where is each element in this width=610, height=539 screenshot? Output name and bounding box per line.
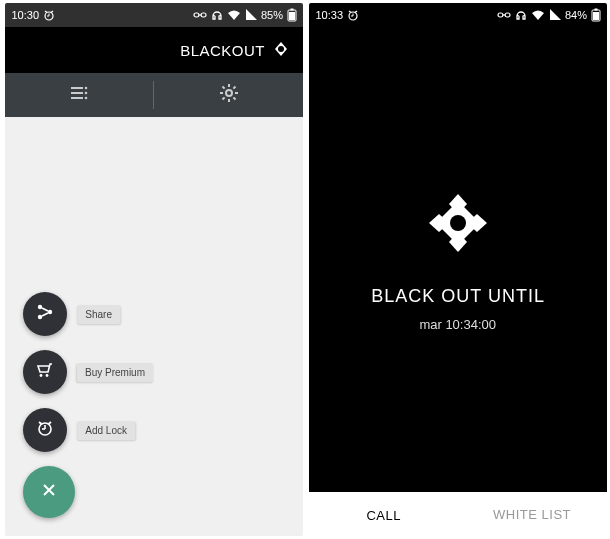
main-content: Share Buy Premium Add Lock xyxy=(5,117,303,536)
fab-menu: Share Buy Premium Add Lock xyxy=(23,292,153,518)
svg-rect-43 xyxy=(71,87,83,89)
svg-point-42 xyxy=(85,87,88,90)
signal-icon xyxy=(549,9,561,21)
app-bar: BLACKOUT xyxy=(5,27,303,73)
svg-line-10 xyxy=(349,11,351,13)
toolbar xyxy=(5,73,303,117)
fab-buy-label: Buy Premium xyxy=(77,363,153,382)
status-bar: 84% 10:33 xyxy=(309,3,607,27)
svg-line-41 xyxy=(222,87,224,89)
svg-line-59 xyxy=(39,422,42,424)
app-logo-icon xyxy=(273,41,289,60)
toolbar-divider xyxy=(154,81,155,109)
alarm-icon xyxy=(43,9,55,21)
signal-icon xyxy=(245,9,257,21)
close-icon xyxy=(41,482,57,502)
clock-text: 10:30 xyxy=(11,9,39,21)
alarm-icon xyxy=(36,419,54,441)
svg-rect-2 xyxy=(593,12,599,20)
tab-whitelist[interactable]: WHITE LIST xyxy=(458,492,607,536)
battery-text: 85% xyxy=(261,9,283,21)
share-icon xyxy=(36,303,54,325)
svg-point-54 xyxy=(40,374,43,377)
svg-point-33 xyxy=(226,90,232,96)
fab-close[interactable] xyxy=(23,466,75,518)
svg-line-39 xyxy=(222,97,224,99)
svg-line-52 xyxy=(42,313,48,316)
screen-main: 85% 10:30 BLACKOUT xyxy=(5,3,303,536)
wifi-icon xyxy=(531,9,545,21)
svg-point-32 xyxy=(278,46,284,52)
battery-icon xyxy=(287,8,297,22)
list-icon xyxy=(69,85,89,105)
lockout-body: BLACK OUT UNTIL mar 10:34:00 xyxy=(309,27,607,492)
svg-line-9 xyxy=(355,11,357,13)
status-bar: 85% 10:30 xyxy=(5,3,303,27)
gear-icon xyxy=(219,83,239,107)
link-icon xyxy=(193,10,207,20)
svg-point-19 xyxy=(450,215,466,231)
headset-icon xyxy=(515,9,527,21)
tab-call[interactable]: CALL xyxy=(309,492,458,536)
toolbar-settings[interactable] xyxy=(155,73,304,117)
svg-line-29 xyxy=(51,11,53,13)
clock-text: 10:33 xyxy=(315,9,343,21)
fab-buy-premium[interactable] xyxy=(23,350,67,394)
lockout-headline: BLACK OUT UNTIL xyxy=(371,286,545,307)
svg-line-30 xyxy=(45,11,47,13)
svg-rect-22 xyxy=(289,12,295,20)
tab-bar: WHITE LIST CALL xyxy=(309,492,607,536)
svg-rect-1 xyxy=(595,9,598,11)
svg-point-44 xyxy=(85,92,88,95)
svg-point-50 xyxy=(38,315,42,319)
svg-rect-47 xyxy=(71,97,83,99)
alarm-icon xyxy=(347,9,359,21)
battery-text: 84% xyxy=(565,9,587,21)
lockout-time: mar 10:34:00 xyxy=(420,317,497,332)
link-icon xyxy=(497,10,511,20)
fab-add-label: Add Lock xyxy=(77,421,135,440)
brightness-icon xyxy=(423,188,493,258)
wifi-icon xyxy=(227,9,241,21)
svg-rect-21 xyxy=(291,9,294,11)
svg-point-49 xyxy=(48,310,52,314)
fab-share-label: Share xyxy=(77,305,120,324)
svg-line-40 xyxy=(233,97,235,99)
svg-point-46 xyxy=(85,97,88,100)
fab-add-lock[interactable] xyxy=(23,408,67,452)
svg-point-53 xyxy=(46,374,49,377)
svg-line-58 xyxy=(49,422,52,424)
toolbar-list[interactable] xyxy=(5,73,154,117)
battery-icon xyxy=(591,8,601,22)
fab-share[interactable] xyxy=(23,292,67,336)
cart-icon xyxy=(36,361,54,383)
app-title: BLACKOUT xyxy=(180,42,265,59)
headset-icon xyxy=(211,9,223,21)
svg-line-51 xyxy=(42,308,48,311)
svg-line-38 xyxy=(233,87,235,89)
svg-point-48 xyxy=(38,305,42,309)
svg-rect-45 xyxy=(71,92,83,94)
screen-lockout: 84% 10:33 xyxy=(309,3,607,536)
